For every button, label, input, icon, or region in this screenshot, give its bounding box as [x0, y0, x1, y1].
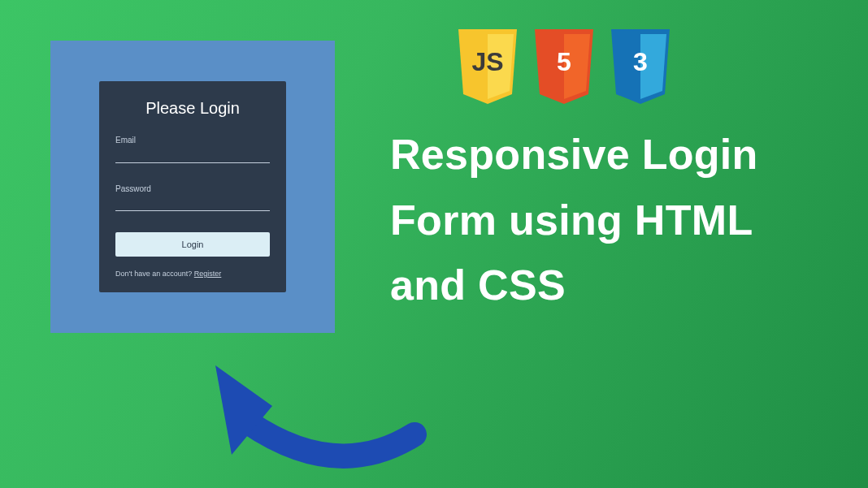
register-link[interactable]: Register — [194, 270, 222, 278]
email-field[interactable] — [115, 150, 270, 163]
curved-arrow-icon — [175, 325, 427, 487]
js-badge-text: JS — [455, 47, 520, 77]
css3-shield-icon: 3 — [608, 29, 673, 104]
tech-badges: JS 5 3 — [455, 29, 673, 104]
html5-badge-text: 5 — [532, 47, 597, 77]
login-button[interactable]: Login — [115, 232, 270, 257]
login-card: Please Login Email Password Login Don't … — [99, 81, 286, 292]
email-label: Email — [115, 136, 270, 145]
password-field[interactable] — [115, 198, 270, 211]
footer-question: Don't have an account? — [115, 270, 194, 278]
headline-line1: Responsive Login — [390, 122, 845, 188]
headline: Responsive Login Form using HTML and CSS — [390, 122, 845, 318]
js-shield-icon: JS — [455, 29, 520, 104]
html5-shield-icon: 5 — [532, 29, 597, 104]
headline-line2: Form using HTML — [390, 188, 845, 253]
password-label: Password — [115, 184, 270, 193]
login-panel: Please Login Email Password Login Don't … — [50, 41, 335, 333]
headline-line3: and CSS — [390, 253, 845, 318]
css3-badge-text: 3 — [608, 47, 673, 77]
login-title: Please Login — [115, 99, 270, 118]
login-footer: Don't have an account? Register — [115, 270, 270, 278]
